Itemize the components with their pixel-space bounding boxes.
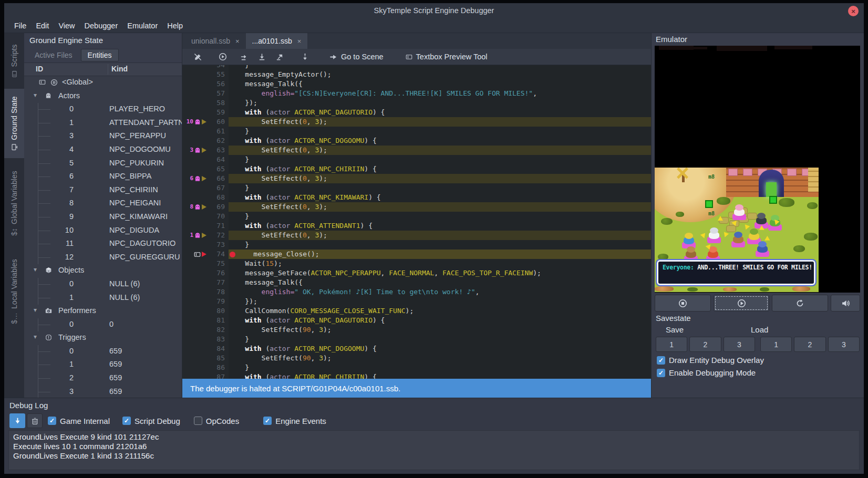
gutter-marks[interactable] — [182, 183, 208, 193]
line-number[interactable]: 76 — [208, 268, 229, 278]
tree-group-objects[interactable]: ▾Objects — [24, 264, 182, 278]
gutter-marks[interactable] — [182, 325, 208, 335]
gutter-marks[interactable] — [182, 250, 208, 259]
resume-execution-button[interactable] — [216, 50, 230, 63]
code-line-60[interactable]: 1060 SetEffect(0, 3); — [182, 117, 651, 127]
tree-row[interactable]: 1ATTENDANT_PARTNER — [24, 117, 182, 130]
line-number[interactable]: 62 — [208, 136, 229, 146]
gutter-marks[interactable] — [182, 108, 208, 117]
gutter-marks[interactable] — [182, 363, 208, 372]
tree-row[interactable]: 5NPC_PUKURIN — [24, 157, 182, 171]
code-line-83[interactable]: 83 } — [182, 335, 651, 344]
stop-button[interactable] — [655, 295, 711, 311]
gutter-marks[interactable]: 8 — [182, 202, 208, 212]
tree-row[interactable]: 11NPC_DAGUTORIO — [24, 237, 182, 251]
gutter-marks[interactable] — [182, 240, 208, 250]
tree-row[interactable]: 0659 — [24, 345, 182, 359]
code-line-80[interactable]: 80 CallCommon(CORO_MESSAGE_CLOSE_WAIT_FU… — [182, 306, 651, 316]
tree-group-triggers[interactable]: ▾Triggers — [24, 331, 182, 345]
tree-row-global[interactable]: <Global> — [24, 76, 182, 90]
close-button[interactable]: × — [848, 6, 859, 16]
line-number[interactable]: 63 — [208, 146, 229, 155]
checkbox-draw-entity-debug-overlay[interactable]: ✓ — [657, 356, 665, 365]
tree-row[interactable]: 9NPC_KIMAWARI — [24, 211, 182, 224]
code-line-75[interactable]: 75 Wait(15); — [182, 259, 651, 268]
menu-file[interactable]: File — [9, 20, 31, 31]
code-line-73[interactable]: 73 } — [182, 240, 651, 250]
gutter-marks[interactable]: 3 — [182, 146, 208, 155]
code-line-56[interactable]: 56 message_Talk({ — [182, 79, 651, 89]
gutter-marks[interactable] — [182, 221, 208, 231]
editor-tab-unionall-ssb[interactable]: unionall.ssb× — [185, 33, 246, 49]
sidebar-tab-global-variables[interactable]: $↕Global Variables — [4, 158, 24, 248]
gutter-marks[interactable] — [182, 335, 208, 344]
column-header-kind[interactable]: Kind — [111, 65, 128, 73]
line-number[interactable]: 78 — [208, 287, 229, 297]
code-line-70[interactable]: 70 } — [182, 212, 651, 221]
reset-button[interactable] — [772, 295, 828, 311]
expander-icon[interactable]: ▾ — [34, 333, 37, 340]
line-number[interactable]: 61 — [208, 127, 229, 136]
save-slot-2[interactable]: 2 — [689, 337, 721, 352]
gutter-marks[interactable] — [182, 268, 208, 278]
checkbox-opcodes[interactable]: ✓ — [194, 417, 202, 425]
textbox-preview-tool-button[interactable]: Textbox Preview Tool — [401, 50, 492, 63]
save-slot-3[interactable]: 3 — [724, 337, 755, 352]
menu-edit[interactable]: Edit — [31, 20, 54, 31]
code-line-87[interactable]: 87 with (actor ACTOR_NPC_CHIRIIN) { — [182, 372, 651, 379]
volume-button[interactable] — [831, 295, 860, 311]
gutter-marks[interactable] — [182, 259, 208, 268]
step-out-button[interactable] — [273, 50, 286, 63]
code-line-68[interactable]: 68 with (actor ACTOR_NPC_KIMAWARI) { — [182, 193, 651, 202]
checkbox-game-internal[interactable]: ✓ — [48, 417, 56, 425]
code-line-78[interactable]: 78 english=" OK, Pokémon! ♪[K] Time to g… — [182, 287, 651, 297]
line-number[interactable]: 68 — [208, 193, 229, 202]
sidebar-tab-local-variables[interactable]: $…Local Variables — [4, 248, 24, 335]
tree-row[interactable]: 3NPC_PERAPPU — [24, 130, 182, 143]
line-number[interactable]: 74 — [208, 250, 229, 259]
line-number[interactable]: 70 — [208, 212, 229, 221]
menu-view[interactable]: View — [54, 20, 79, 31]
code-line-58[interactable]: 58 }); — [182, 98, 651, 108]
gutter-marks[interactable] — [182, 136, 208, 146]
gutter-marks[interactable] — [182, 98, 208, 108]
code-line-79[interactable]: 79 }); — [182, 297, 651, 306]
load-slot-2[interactable]: 2 — [794, 337, 825, 352]
menu-emulator[interactable]: Emulator — [122, 20, 162, 31]
tree-row[interactable]: 4NPC_DOGOOMU — [24, 143, 182, 157]
code-viewport[interactable]: 54 }55 message_EmptyActor();56 message_T… — [182, 65, 651, 379]
line-number[interactable]: 65 — [208, 164, 229, 174]
tab-active-files[interactable]: Active Files — [28, 49, 79, 61]
tab-close-icon[interactable]: × — [297, 37, 302, 45]
gutter-marks[interactable] — [182, 354, 208, 363]
code-line-85[interactable]: 85 SetEffect(90, 3); — [182, 354, 651, 363]
step-next-button[interactable] — [298, 50, 312, 63]
line-number[interactable]: 56 — [208, 79, 229, 89]
line-number[interactable]: 83 — [208, 335, 229, 344]
tree-row[interactable]: 7NPC_CHIRIIN — [24, 184, 182, 198]
expander-icon[interactable]: ▾ — [34, 266, 37, 273]
line-number[interactable]: 59 — [208, 108, 229, 117]
expander-icon[interactable]: ▾ — [34, 306, 37, 314]
clear-log-button[interactable] — [27, 413, 43, 428]
line-number[interactable]: 67 — [208, 183, 229, 193]
code-line-57[interactable]: 57 english="[CS:N]Everyone[CR]: AND...TH… — [182, 89, 651, 98]
gutter-marks[interactable] — [182, 164, 208, 174]
gutter-marks[interactable]: 10 — [182, 117, 208, 127]
gutter-marks[interactable] — [182, 278, 208, 287]
tree-row[interactable]: 1NULL (6) — [24, 292, 182, 305]
tree-group-actors[interactable]: ▾Actors — [24, 90, 182, 103]
code-line-86[interactable]: 86 } — [182, 363, 651, 372]
menu-help[interactable]: Help — [162, 20, 188, 31]
tab-close-icon[interactable]: × — [235, 37, 240, 45]
line-number[interactable]: 57 — [208, 89, 229, 98]
tree-row[interactable]: 8NPC_HEIGANI — [24, 197, 182, 211]
tree-row[interactable]: 00 — [24, 318, 182, 332]
tree-group-performers[interactable]: ▾Performers — [24, 305, 182, 318]
line-number[interactable]: 60 — [208, 117, 229, 127]
code-line-65[interactable]: 65 with (actor ACTOR_NPC_CHIRIIN) { — [182, 164, 651, 174]
load-slot-3[interactable]: 3 — [828, 337, 860, 352]
gutter-marks[interactable] — [182, 193, 208, 202]
code-line-63[interactable]: 363 SetEffect(0, 3); — [182, 146, 651, 155]
gutter-marks[interactable] — [182, 212, 208, 221]
